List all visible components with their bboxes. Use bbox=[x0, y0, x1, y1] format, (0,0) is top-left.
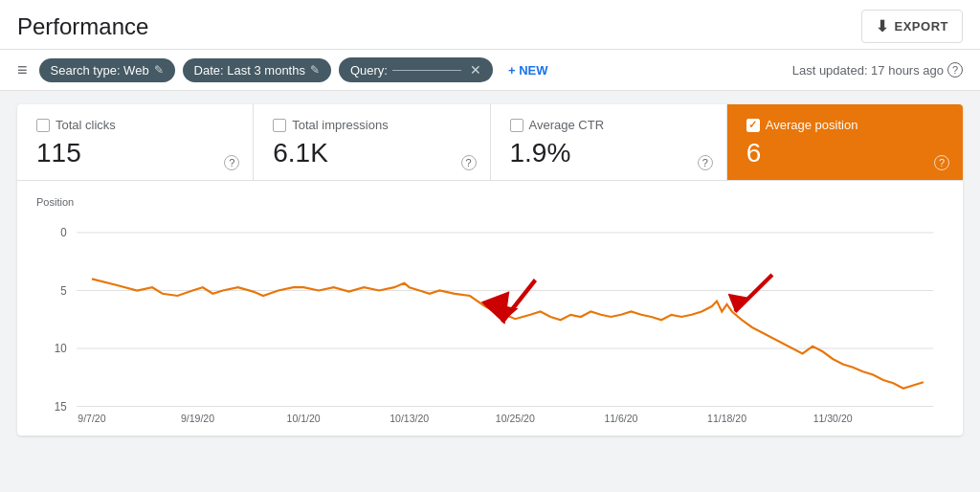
query-value: —————— bbox=[392, 63, 461, 77]
export-button[interactable]: ⬇ EXPORT bbox=[861, 10, 963, 43]
performance-card: Total clicks 115 ? Total impressions 6.1… bbox=[17, 104, 963, 436]
page-header: Performance ⬇ EXPORT bbox=[0, 0, 980, 50]
svg-text:10: 10 bbox=[55, 342, 67, 355]
svg-text:10/25/20: 10/25/20 bbox=[496, 413, 535, 424]
average-ctr-help[interactable]: ? bbox=[698, 155, 713, 170]
metric-average-position[interactable]: Average position 6 ? bbox=[727, 104, 963, 180]
edit-icon: ✎ bbox=[154, 63, 164, 77]
total-clicks-label: Total clicks bbox=[56, 118, 116, 132]
total-impressions-value: 6.1K bbox=[273, 138, 470, 168]
red-arrow-2 bbox=[728, 275, 772, 312]
total-clicks-value: 115 bbox=[36, 138, 234, 168]
total-impressions-checkbox[interactable] bbox=[273, 119, 286, 132]
help-icon[interactable]: ? bbox=[947, 62, 963, 78]
svg-text:10/13/20: 10/13/20 bbox=[390, 413, 429, 424]
total-clicks-help[interactable]: ? bbox=[224, 155, 239, 170]
filter-icon[interactable]: ≡ bbox=[17, 60, 28, 80]
svg-text:11/30/20: 11/30/20 bbox=[813, 413, 853, 424]
performance-chart: 0 5 10 15 9/7/20 9/19/20 10/1/20 10/13/2… bbox=[36, 212, 944, 422]
metrics-row: Total clicks 115 ? Total impressions 6.1… bbox=[17, 104, 963, 181]
average-position-label: Average position bbox=[766, 118, 858, 132]
export-icon: ⬇ bbox=[876, 17, 889, 35]
red-arrow-1 bbox=[481, 280, 536, 330]
query-chip[interactable]: Query: —————— ✕ bbox=[339, 57, 493, 82]
total-impressions-help[interactable]: ? bbox=[461, 155, 477, 170]
total-impressions-label: Total impressions bbox=[292, 118, 388, 132]
average-ctr-checkbox[interactable] bbox=[510, 119, 523, 132]
edit-icon-date: ✎ bbox=[310, 63, 320, 77]
svg-text:10/1/20: 10/1/20 bbox=[287, 413, 321, 424]
svg-text:15: 15 bbox=[55, 400, 67, 414]
svg-text:11/18/20: 11/18/20 bbox=[707, 413, 746, 424]
main-content: Total clicks 115 ? Total impressions 6.1… bbox=[0, 91, 980, 449]
date-chip[interactable]: Date: Last 3 months ✎ bbox=[183, 58, 331, 82]
last-updated: Last updated: 17 hours ago ? bbox=[792, 62, 963, 78]
chart-area: Position 0 5 10 15 9/7/20 9/19/20 10/1/2… bbox=[17, 181, 963, 436]
new-filter-button[interactable]: + NEW bbox=[501, 58, 556, 82]
total-clicks-checkbox[interactable] bbox=[36, 119, 50, 132]
query-close-button[interactable]: ✕ bbox=[466, 62, 481, 78]
svg-text:5: 5 bbox=[60, 284, 67, 298]
metric-total-clicks[interactable]: Total clicks 115 ? bbox=[17, 104, 254, 180]
average-ctr-label: Average CTR bbox=[529, 118, 605, 132]
metric-average-ctr[interactable]: Average CTR 1.9% ? bbox=[491, 104, 727, 180]
average-position-value: 6 bbox=[746, 138, 944, 168]
svg-text:0: 0 bbox=[60, 226, 67, 239]
search-type-chip[interactable]: Search type: Web ✎ bbox=[39, 58, 175, 82]
chart-y-label: Position bbox=[36, 196, 944, 208]
metric-total-impressions[interactable]: Total impressions 6.1K ? bbox=[254, 104, 490, 180]
average-position-checkbox[interactable] bbox=[746, 119, 760, 132]
svg-text:9/7/20: 9/7/20 bbox=[78, 413, 105, 424]
average-ctr-value: 1.9% bbox=[510, 138, 707, 168]
svg-text:11/6/20: 11/6/20 bbox=[604, 413, 637, 424]
filter-bar: ≡ Search type: Web ✎ Date: Last 3 months… bbox=[0, 50, 980, 91]
svg-text:9/19/20: 9/19/20 bbox=[181, 413, 214, 424]
page-title: Performance bbox=[17, 13, 148, 40]
average-position-help[interactable]: ? bbox=[934, 155, 949, 170]
